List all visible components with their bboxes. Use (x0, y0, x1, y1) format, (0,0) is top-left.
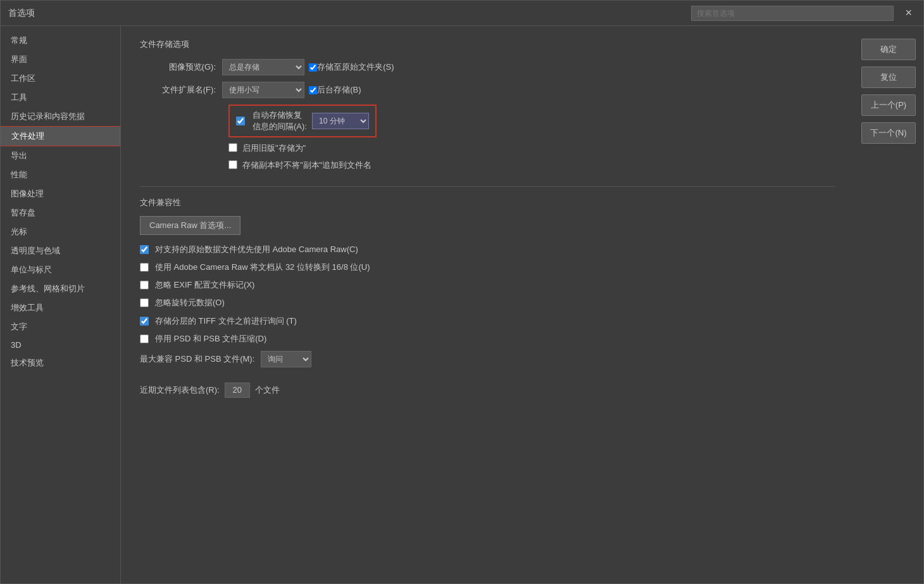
recent-files-row: 近期文件列表包含(R): 个文件 (140, 383, 835, 398)
sidebar-item-性能[interactable]: 性能 (1, 165, 120, 184)
dialog-body: 常规界面工作区工具历史记录和内容凭据文件处理导出性能图像处理暂存盘光标透明度与色… (1, 26, 923, 583)
file-extension-label: 文件扩展名(F): (140, 84, 216, 96)
disable-psd-compress-label: 停用 PSD 和 PSB 文件压缩(D) (155, 333, 266, 345)
auto-save-interval-select[interactable]: 5 分钟 10 分钟 15 分钟 30 分钟 1 小时 (312, 113, 369, 129)
recent-files-label: 近期文件列表包含(R): (140, 384, 220, 396)
legacy-save-checkbox[interactable] (228, 143, 237, 152)
sidebar-item-透明度与色域[interactable]: 透明度与色域 (1, 241, 120, 260)
save-original-checkbox[interactable] (309, 63, 317, 72)
sidebar-item-导出[interactable]: 导出 (1, 146, 120, 165)
no-append-checkbox[interactable] (228, 160, 237, 169)
divider-1 (140, 186, 835, 187)
ask-tiff-row: 存储分层的 TIFF 文件之前进行询问 (T) (140, 315, 835, 327)
reset-button[interactable]: 复位 (861, 67, 916, 88)
camera-raw-button[interactable]: Camera Raw 首选项... (140, 216, 240, 235)
ignore-exif-label: 忽略 EXIF 配置文件标记(X) (155, 279, 254, 291)
no-append-label: 存储副本时不将"副本"追加到文件名 (242, 160, 371, 171)
use-acr-checkbox[interactable] (140, 245, 149, 254)
convert-32bit-checkbox[interactable] (140, 263, 149, 272)
recent-files-input[interactable] (225, 383, 250, 398)
file-extension-row: 文件扩展名(F): 使用小写 使用大写 后台存储(B) (140, 82, 835, 98)
sidebar: 常规界面工作区工具历史记录和内容凭据文件处理导出性能图像处理暂存盘光标透明度与色… (1, 26, 121, 583)
file-extension-select[interactable]: 使用小写 使用大写 (222, 82, 304, 98)
disable-psd-compress-checkbox[interactable] (140, 334, 149, 343)
sidebar-item-技术预览[interactable]: 技术预览 (1, 353, 120, 372)
ok-button[interactable]: 确定 (861, 39, 916, 60)
convert-32bit-label: 使用 Adobe Camera Raw 将文档从 32 位转换到 16/8 位(… (155, 262, 370, 273)
ignore-exif-checkbox[interactable] (140, 281, 149, 289)
use-acr-row: 对支持的原始数据文件优先使用 Adobe Camera Raw(C) (140, 244, 835, 255)
max-compat-row: 最大兼容 PSD 和 PSB 文件(M): 从不 总是 询问 (140, 351, 835, 367)
sidebar-item-光标[interactable]: 光标 (1, 222, 120, 241)
background-save-checkbox[interactable] (309, 86, 317, 94)
sidebar-item-常规[interactable]: 常规 (1, 31, 120, 50)
background-save-label: 后台存储(B) (317, 84, 361, 96)
file-compat-section: 文件兼容性 Camera Raw 首选项... 对支持的原始数据文件优先使用 A… (140, 197, 835, 367)
ask-tiff-label: 存储分层的 TIFF 文件之前进行询问 (T) (155, 315, 297, 327)
sidebar-item-图像处理[interactable]: 图像处理 (1, 184, 120, 203)
dialog-title: 首选项 (8, 8, 35, 19)
auto-save-checkbox[interactable] (236, 117, 245, 125)
sidebar-item-单位与标尺[interactable]: 单位与标尺 (1, 260, 120, 279)
next-button[interactable]: 下一个(N) (861, 122, 916, 144)
ignore-rotation-label: 忽略旋转元数据(O) (155, 297, 225, 308)
ignore-rotation-checkbox[interactable] (140, 298, 149, 307)
sidebar-item-界面[interactable]: 界面 (1, 50, 120, 69)
file-storage-section: 文件存储选项 图像预览(G): 总是存储 从不存储 存储时询问 存储至原始文件夹… (140, 39, 835, 171)
disable-psd-compress-row: 停用 PSD 和 PSB 文件压缩(D) (140, 333, 835, 345)
prev-button[interactable]: 上一个(P) (861, 94, 916, 116)
sidebar-item-参考线、网格和切片[interactable]: 参考线、网格和切片 (1, 279, 120, 298)
sidebar-item-增效工具[interactable]: 增效工具 (1, 298, 120, 317)
max-compat-select[interactable]: 从不 总是 询问 (261, 351, 311, 367)
ignore-exif-row: 忽略 EXIF 配置文件标记(X) (140, 279, 835, 291)
close-button[interactable]: × (901, 4, 916, 22)
sidebar-item-3D[interactable]: 3D (1, 336, 120, 353)
sidebar-item-历史记录和内容凭据[interactable]: 历史记录和内容凭据 (1, 107, 120, 126)
sidebar-item-文件处理[interactable]: 文件处理 (1, 126, 120, 146)
sidebar-item-暂存盘[interactable]: 暂存盘 (1, 203, 120, 222)
ask-tiff-checkbox[interactable] (140, 317, 149, 326)
convert-32bit-row: 使用 Adobe Camera Raw 将文档从 32 位转换到 16/8 位(… (140, 262, 835, 273)
image-preview-select[interactable]: 总是存储 从不存储 存储时询问 (222, 59, 304, 75)
preferences-dialog: 首选项 × 常规界面工作区工具历史记录和内容凭据文件处理导出性能图像处理暂存盘光… (0, 0, 924, 584)
recent-files-suffix: 个文件 (255, 384, 280, 396)
compat-section-title: 文件兼容性 (140, 197, 835, 208)
legacy-save-label: 启用旧版"存储为" (242, 143, 306, 154)
sidebar-item-文字[interactable]: 文字 (1, 317, 120, 336)
image-preview-row: 图像预览(G): 总是存储 从不存储 存储时询问 存储至原始文件夹(S) (140, 59, 835, 75)
max-compat-label: 最大兼容 PSD 和 PSB 文件(M): (140, 353, 254, 365)
title-bar: 首选项 × (1, 1, 923, 26)
ignore-rotation-row: 忽略旋转元数据(O) (140, 297, 835, 308)
save-original-label: 存储至原始文件夹(S) (317, 61, 394, 73)
no-append-row: 存储副本时不将"副本"追加到文件名 (140, 160, 835, 171)
sidebar-item-工作区[interactable]: 工作区 (1, 69, 120, 88)
sidebar-item-工具[interactable]: 工具 (1, 88, 120, 107)
right-buttons-panel: 确定 复位 上一个(P) 下一个(N) (854, 26, 923, 583)
auto-save-label: 自动存储恢复信息的间隔(A): (253, 110, 307, 132)
search-input[interactable] (691, 6, 894, 21)
main-content: 文件存储选项 图像预览(G): 总是存储 从不存储 存储时询问 存储至原始文件夹… (121, 26, 854, 583)
auto-save-row: 自动存储恢复信息的间隔(A): 5 分钟 10 分钟 15 分钟 30 分钟 1… (140, 105, 835, 137)
auto-save-box: 自动存储恢复信息的间隔(A): 5 分钟 10 分钟 15 分钟 30 分钟 1… (228, 105, 377, 137)
file-storage-title: 文件存储选项 (140, 39, 835, 50)
image-preview-label: 图像预览(G): (140, 61, 216, 73)
use-acr-label: 对支持的原始数据文件优先使用 Adobe Camera Raw(C) (155, 244, 358, 255)
legacy-save-row: 启用旧版"存储为" (140, 143, 835, 154)
